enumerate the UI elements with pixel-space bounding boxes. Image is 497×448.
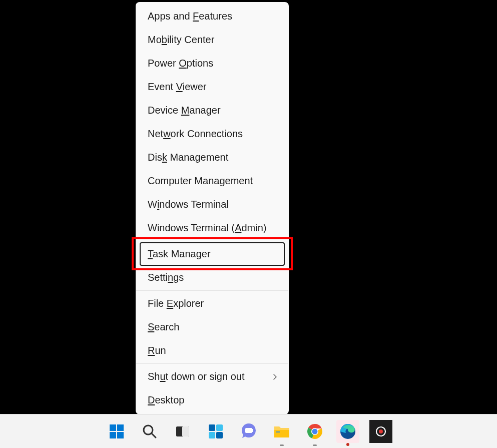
menu-item-disk-management[interactable]: Disk Management	[136, 146, 289, 169]
svg-point-19	[312, 428, 317, 434]
search-icon	[142, 423, 158, 439]
menu-separator	[136, 241, 288, 241]
task-view-icon	[175, 423, 191, 439]
menu-item-windows-terminal-admin[interactable]: Windows Terminal (Admin)	[136, 216, 289, 240]
svg-rect-7	[182, 426, 189, 436]
taskbar-chat-button[interactable]	[237, 420, 260, 443]
taskbar-search-button[interactable]	[138, 420, 161, 443]
menu-item-mobility-center[interactable]: Mobility Center	[136, 28, 289, 52]
record-icon	[375, 425, 387, 437]
menu-separator	[136, 290, 288, 291]
taskbar-file-explorer-button[interactable]	[270, 420, 293, 443]
taskbar	[0, 414, 497, 448]
svg-rect-9	[216, 424, 223, 431]
svg-rect-15	[274, 430, 289, 437]
menu-item-network-connections[interactable]: Network Connections	[136, 122, 289, 146]
taskbar-edge-button[interactable]	[336, 420, 359, 443]
svg-line-5	[152, 433, 156, 437]
svg-rect-0	[110, 424, 116, 431]
svg-rect-11	[216, 432, 223, 438]
menu-item-file-explorer[interactable]: File Explorer	[136, 292, 289, 315]
menu-item-shutdown-signout[interactable]: Shut down or sign out	[136, 365, 289, 388]
menu-item-event-viewer[interactable]: Event Viewer	[136, 75, 289, 99]
menu-item-device-manager[interactable]: Device Manager	[136, 99, 289, 122]
menu-item-run[interactable]: Run	[136, 339, 289, 362]
svg-rect-3	[117, 432, 124, 438]
svg-rect-14	[250, 429, 253, 432]
taskbar-chrome-button[interactable]	[303, 420, 326, 443]
taskbar-start-button[interactable]	[105, 420, 128, 443]
winx-context-menu[interactable]: Apps and Features Mobility Center Power …	[136, 2, 289, 414]
svg-rect-2	[110, 432, 116, 438]
taskbar-screenpresso-button[interactable]	[369, 420, 392, 443]
chrome-icon	[307, 423, 323, 439]
menu-item-search[interactable]: Search	[136, 315, 289, 339]
windows-start-icon	[109, 423, 125, 439]
svg-rect-10	[209, 432, 215, 438]
svg-point-22	[379, 429, 383, 433]
file-explorer-icon	[273, 424, 290, 439]
chat-icon	[240, 423, 257, 440]
menu-item-apps-features[interactable]: Apps and Features	[136, 5, 289, 28]
menu-item-computer-management[interactable]: Computer Management	[136, 169, 289, 193]
svg-rect-16	[276, 431, 280, 432]
widgets-icon	[208, 423, 224, 439]
menu-item-windows-terminal[interactable]: Windows Terminal	[136, 193, 289, 216]
menu-item-task-manager[interactable]: Task Manager	[140, 242, 285, 266]
chevron-right-icon	[273, 373, 278, 380]
menu-separator	[136, 363, 288, 364]
svg-rect-8	[209, 424, 215, 431]
menu-item-power-options[interactable]: Power Options	[136, 52, 289, 75]
menu-item-settings[interactable]: Settings	[136, 266, 289, 289]
taskbar-task-view-button[interactable]	[171, 420, 194, 443]
svg-rect-1	[117, 424, 124, 431]
taskbar-widgets-button[interactable]	[204, 420, 227, 443]
edge-icon	[340, 423, 356, 439]
menu-item-desktop[interactable]: Desktop	[136, 388, 289, 412]
